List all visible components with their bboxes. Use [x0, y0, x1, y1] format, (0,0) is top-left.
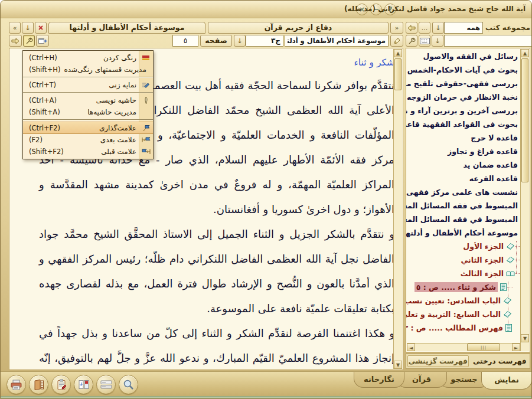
collection-dropdown-button[interactable]: ↓	[432, 22, 444, 34]
tree-item[interactable]: قاعده ضمان يد	[407, 158, 529, 172]
bottom-bar: نمايش جستجو قرآن نگارخانه	[1, 371, 531, 398]
tree-item[interactable]: بحوث فى القواعد الفقهية قاعدة الفرا	[407, 117, 529, 131]
volume-dropdown-button[interactable]: ↓	[234, 35, 246, 47]
menu-item[interactable]: علامت بعدى (F2)	[23, 134, 153, 146]
book-tree-panel: رسائل في الفقه والاصول بحوث في آيات الاح…	[406, 48, 530, 352]
text-block: و هكذا اغتنمنا الفرصة لنقدِّم الشكر و ال…	[39, 321, 394, 370]
tree-item[interactable]: رسائل في الفقه والاصول	[407, 50, 529, 63]
printer-icon	[10, 379, 22, 391]
tree-item[interactable]: فهرس المطالب ..... ص : ٥٤٣	[407, 321, 529, 335]
tab-select-index[interactable]: فهرست گزينشى	[407, 355, 469, 367]
menu-item[interactable]: علامت قبلى (Shift+F2)	[23, 146, 153, 158]
menu-item[interactable]	[23, 77, 153, 78]
tree-item[interactable]: الباب السابع: التربية و تعليـ	[407, 308, 529, 321]
ellipsis-icon: ...	[422, 24, 428, 32]
collapse-tabs-button[interactable]: «	[9, 22, 21, 34]
tree-item[interactable]: المبسوط في فقه المسائل المعاصره	[407, 199, 529, 212]
menu-item[interactable]: رنگى كردن (Ctrl+H)	[23, 52, 153, 64]
toolbar-button[interactable]	[51, 375, 71, 394]
tree-item[interactable]: بحوث في آيات الاحكام-الخمس	[407, 63, 529, 77]
tree-item[interactable]: قاعده فراغ و تجاوز	[407, 145, 529, 158]
tree-item[interactable]: نشست هاى علمى مركز فقهى ائمه اط	[407, 185, 529, 199]
menu-items: رنگى كردن (Ctrl+H) مديريت قسمتهاى رنگى‌ش…	[23, 52, 153, 158]
add-window-button[interactable]	[36, 35, 49, 47]
tree-item[interactable]: موسوعة أحكام الأطفال و أدلتها	[407, 226, 529, 240]
quick-toolbar	[6, 375, 138, 394]
close-tab-button[interactable]	[35, 22, 47, 34]
document-tab[interactable]: موسوعة أحكام الأطفال و أدلتها	[48, 22, 205, 34]
tree-horizontal-scrollbar[interactable]: ◄ ||| ►	[407, 343, 520, 351]
toolbar-button[interactable]	[6, 375, 26, 394]
tree-item[interactable]: الجزء الأول	[407, 240, 529, 253]
tree-item[interactable]: بررسى فقهى-حقوقى تلقيح مصنوعى	[407, 77, 529, 90]
keyboard-icon	[420, 38, 430, 44]
page-number-input[interactable]	[172, 35, 198, 47]
tree-item[interactable]: الباب السادس: تعيين نسب ا	[407, 294, 529, 308]
tab-list-button[interactable]: ↓	[22, 22, 34, 34]
right-arrow-icon	[11, 38, 19, 44]
keyboard-button[interactable]	[419, 35, 430, 47]
library-sidebar: ... ↓ همه كتابها مجموعه كتب ↓ رسائل في ا…	[406, 22, 530, 372]
scroll-down-button[interactable]: ▼	[521, 334, 529, 342]
menu-item[interactable]: مديريت حاشيه‌ها (Shift+A)	[23, 106, 153, 118]
go-button[interactable]	[9, 35, 22, 47]
scrollbar-thumb[interactable]	[394, 58, 402, 90]
status-strip	[1, 396, 531, 398]
down-arrow-icon: ↓	[435, 37, 440, 45]
scroll-up-button[interactable]: ▲	[394, 49, 402, 57]
highlighter-icon	[139, 55, 153, 61]
content-scrollbar[interactable]: ▲ ▼	[393, 49, 402, 369]
menu-item[interactable]	[23, 119, 153, 120]
toolbar-button[interactable]	[119, 375, 138, 394]
main-tab[interactable]: نمايش	[481, 372, 532, 390]
up-arrow-icon: ▲	[396, 51, 400, 56]
scroll-down-button[interactable]: ▼	[394, 361, 402, 369]
tree-item[interactable]: المبسوط في فقه المسائل المعاصره	[407, 212, 529, 226]
tree-item[interactable]: الجزء الثاني	[407, 253, 529, 267]
bookmark-prev-icon	[139, 148, 153, 155]
volume-input[interactable]	[246, 35, 283, 47]
book-select-button[interactable]	[390, 35, 403, 47]
more-options-button[interactable]: ...	[419, 22, 430, 34]
tree-item[interactable]: قاعده القرعه	[407, 172, 529, 185]
menu-item[interactable]: نمايه زنى (Ctrl+T)	[23, 79, 153, 91]
search-tools-button[interactable]	[406, 35, 417, 47]
scroll-up-button[interactable]: ▲	[521, 49, 529, 57]
collection-select[interactable]: همه كتابها	[444, 22, 483, 34]
scrollbar-thumb[interactable]	[521, 58, 528, 182]
expand-banner-button[interactable]: »	[390, 22, 403, 34]
toolbar-button[interactable]	[29, 375, 48, 394]
scroll-left-button[interactable]: ◄	[407, 344, 415, 351]
search-history-button[interactable]: ↓	[432, 35, 443, 47]
down-arrow-icon: ▼	[523, 336, 527, 341]
tree-item[interactable]: الجزء الثالث	[407, 267, 529, 280]
collection-row: ... ↓ همه كتابها مجموعه كتب	[406, 22, 530, 34]
page-icon	[500, 283, 507, 291]
annotation-icon	[139, 96, 153, 104]
application-window: × − ? آية الله حاج شيخ محمد جواد فاضل لن…	[0, 0, 532, 399]
left-arrow-icon	[407, 25, 416, 31]
tree-item[interactable]: بررسى آخرين و برترين آراء و نظر	[407, 104, 529, 117]
tree-item[interactable]: شكر و ثناء ..... ص : ٥	[407, 280, 529, 294]
menu-item[interactable]: مديريت قسمتهاى رنگى‌شده (Shift+H)	[23, 64, 153, 76]
toolbar-button[interactable]	[96, 375, 116, 394]
hscroll-thumb[interactable]: |||	[467, 344, 500, 351]
scroll-right-button[interactable]: ►	[512, 344, 520, 351]
tree-item[interactable]: قاعده لا حرج	[407, 131, 529, 145]
back-arrow-button[interactable]	[406, 22, 417, 34]
tools-menu-button[interactable]	[23, 35, 35, 47]
tree-item[interactable]: نخبة الانظار في حرمان الزوجه من الا	[407, 90, 529, 104]
main-tab[interactable]: نگارخانه	[354, 372, 404, 388]
book-closed-icon	[503, 297, 512, 305]
toolbar-button[interactable]	[74, 375, 93, 394]
tab-tree-index[interactable]: فهرست درختى	[470, 354, 530, 368]
page-icon	[505, 324, 512, 332]
hscroll-track[interactable]: |||	[415, 344, 512, 351]
menu-item[interactable]: حاشيه نويسى (Ctrl+A)	[23, 94, 153, 106]
sidebar-search-input[interactable]	[444, 35, 532, 47]
menu-item[interactable]	[23, 92, 153, 93]
menu-item[interactable]: علامت‌گذارى (Ctrl+F2)	[23, 122, 153, 134]
quran-defense-banner[interactable]: دفاع از حريم قرآن	[208, 22, 389, 34]
book-title-field[interactable]	[285, 35, 389, 47]
tree-scrollbar[interactable]: ▲ ▼	[520, 49, 529, 351]
